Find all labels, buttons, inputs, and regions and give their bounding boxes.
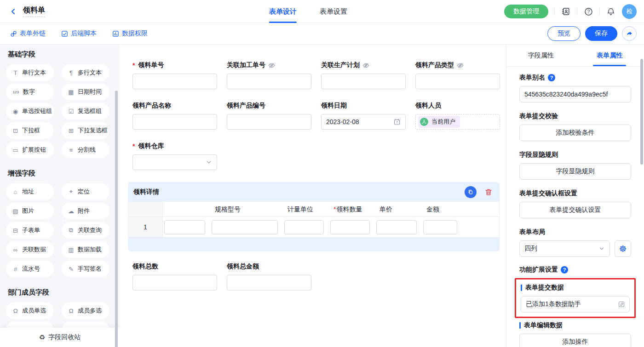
product-type-input[interactable] bbox=[415, 74, 500, 89]
subform-cell-input[interactable] bbox=[423, 220, 457, 234]
sidebar-item-extend-button[interactable]: ▭扩展按钮 bbox=[6, 142, 54, 158]
subform-cell-input[interactable] bbox=[330, 220, 370, 234]
sidebar-item-subform[interactable]: ⊟子表单 bbox=[6, 222, 54, 239]
sidebar-item-member-multi[interactable]: Ω成员多选 bbox=[62, 302, 109, 319]
recycle-icon: ♻ bbox=[39, 333, 45, 341]
subform-cell-input[interactable] bbox=[164, 220, 205, 234]
sidebar-item-signature[interactable]: ✎手写签名 bbox=[62, 261, 109, 277]
sidebar-item-radio-group[interactable]: ◉单选按钮组 bbox=[6, 103, 54, 119]
sidebar-item-attachment[interactable]: ☁附件 bbox=[62, 203, 109, 219]
person-picker[interactable]: 人 当前用户 bbox=[415, 114, 500, 130]
sidebar-item-multi-line-text[interactable]: ¶多行文本 bbox=[62, 64, 109, 81]
tab-field-properties[interactable]: 字段属性 bbox=[506, 45, 575, 66]
field-product-type[interactable]: 领料产品类型 bbox=[415, 61, 500, 89]
sidebar-item-datetime[interactable]: ▦日期时间 bbox=[62, 84, 109, 100]
sidebar-item-checkbox-group[interactable]: ☑复选框组 bbox=[62, 103, 109, 119]
field-date[interactable]: 领料日期 2023-02-08 7 bbox=[321, 101, 406, 130]
sidebar-item-label: 流水号 bbox=[22, 265, 40, 273]
sidebar-item-data-load[interactable]: ▥数据加载 bbox=[62, 241, 109, 258]
sidebar-item-image[interactable]: ▧图片 bbox=[6, 203, 54, 219]
add-validation-button[interactable]: 添加校验条件 bbox=[519, 125, 631, 141]
data-permission-link[interactable]: 数据权限 bbox=[112, 29, 148, 38]
field-process-order[interactable]: 关联加工单号 bbox=[227, 61, 311, 89]
back-icon[interactable] bbox=[8, 6, 18, 17]
sidebar-item-address[interactable]: ⌂地址 bbox=[6, 183, 54, 200]
highlight-annotation-box: 表单提交数据 已添加1条数据助手 bbox=[515, 278, 636, 318]
product-code-input[interactable] bbox=[227, 114, 311, 130]
subform-cell-input[interactable] bbox=[376, 220, 417, 234]
sidebar-item-single-line-text[interactable]: T单行文本 bbox=[6, 64, 54, 81]
subform-material-detail[interactable]: 领料详情 规格型号计量单位领料数量单价金额1 bbox=[128, 182, 500, 251]
process-order-input[interactable] bbox=[227, 74, 311, 89]
sidebar-item-linked-query[interactable]: ⧉关联查询 bbox=[62, 222, 109, 239]
form-layout-label: 表单布局 bbox=[519, 228, 631, 237]
notification-bell-icon[interactable] bbox=[606, 6, 616, 17]
tab-form-settings[interactable]: 表单设置 bbox=[320, 0, 347, 23]
multi-line-text-icon: ¶ bbox=[68, 69, 75, 76]
tab-form-properties[interactable]: 表单属性 bbox=[575, 45, 644, 66]
field-total-amount[interactable]: 领料总金额 bbox=[227, 262, 311, 290]
layout-settings-button[interactable]: ☸ bbox=[615, 240, 631, 257]
extension-settings-label: 功能扩展设置? bbox=[519, 265, 631, 274]
layout-select-value: 四列 bbox=[524, 245, 537, 253]
save-button[interactable]: 保存 bbox=[585, 26, 617, 41]
subform-cell-blank bbox=[462, 217, 499, 238]
avatar[interactable]: 检 bbox=[622, 4, 637, 19]
help-question-icon[interactable]: ? bbox=[548, 74, 555, 81]
field-visibility-button[interactable]: 字段显隐规则 bbox=[519, 163, 631, 180]
date-picker[interactable]: 2023-02-08 7 bbox=[321, 114, 406, 130]
sidebar-item-location[interactable]: ⌖定位 bbox=[62, 183, 109, 200]
submit-confirm-button[interactable]: 表单提交确认设置 bbox=[519, 202, 631, 218]
total-amount-input[interactable] bbox=[227, 275, 311, 290]
field-product-code[interactable]: 领料产品编号 bbox=[227, 101, 311, 130]
field-product-name[interactable]: 领料产品名称 bbox=[132, 101, 217, 130]
field-recycle-bin[interactable]: ♻ 字段回收站 bbox=[0, 328, 120, 347]
sidebar-section-title: 增强字段 bbox=[8, 169, 120, 178]
delete-button[interactable] bbox=[483, 187, 494, 198]
subform-cell bbox=[375, 217, 422, 238]
total-qty-input[interactable] bbox=[132, 275, 217, 290]
sidebar-item-member-single[interactable]: Ω成员单选 bbox=[6, 302, 54, 319]
form-external-link[interactable]: 表单外链 bbox=[10, 29, 46, 38]
sidebar-item-divider[interactable]: ≡分割线 bbox=[62, 142, 109, 158]
sidebar-item-linked-data[interactable]: ∞关联数据 bbox=[6, 241, 54, 258]
warehouse-select[interactable] bbox=[132, 154, 217, 170]
tab-form-design[interactable]: 表单设计 bbox=[269, 0, 297, 23]
backend-script-link[interactable]: 后端脚本 bbox=[61, 29, 97, 38]
help-question-icon[interactable]: ? bbox=[561, 266, 568, 273]
address-book-icon[interactable] bbox=[561, 6, 571, 17]
field-order-no[interactable]: 领料单号 bbox=[132, 61, 217, 89]
form-title[interactable]: 领料单 bbox=[23, 6, 45, 17]
sidebar-item-dropdown[interactable]: ⊡下拉框 bbox=[6, 122, 54, 139]
subform-cell-input[interactable] bbox=[212, 220, 278, 234]
edit-pencil-icon[interactable] bbox=[618, 301, 625, 308]
form-alias-group: 表单别名? bbox=[519, 73, 631, 102]
copy-button[interactable] bbox=[465, 186, 477, 198]
dropdown-icon: ⊡ bbox=[12, 127, 19, 134]
subform-cell-input[interactable] bbox=[284, 220, 324, 234]
current-user-label: 当前用户 bbox=[431, 118, 455, 126]
field-warehouse[interactable]: 领料仓库 bbox=[132, 142, 217, 170]
sidebar-item-dropdown-multi[interactable]: ⊞下拉复选框 bbox=[62, 122, 109, 139]
production-plan-input[interactable] bbox=[321, 74, 406, 89]
current-user-tag: 人 当前用户 bbox=[418, 116, 460, 128]
product-name-input[interactable] bbox=[132, 114, 217, 130]
submit-data-assistant[interactable]: 已添加1条数据助手 bbox=[521, 296, 630, 313]
layout-select[interactable]: 四列 bbox=[519, 240, 610, 257]
panel-scrollbar[interactable] bbox=[640, 59, 643, 165]
sidebar-scrollbar[interactable] bbox=[115, 91, 118, 347]
share-button[interactable] bbox=[622, 26, 637, 41]
sidebar-item-number[interactable]: 123数字 bbox=[6, 84, 54, 100]
sidebar-item-serial-number[interactable]: #流水号 bbox=[6, 261, 54, 277]
sidebar-item-label: 下拉复选框 bbox=[78, 126, 108, 135]
sidebar-item-label: 复选框组 bbox=[78, 107, 102, 115]
help-icon[interactable]: ? bbox=[583, 6, 593, 17]
form-alias-input[interactable] bbox=[519, 86, 631, 102]
field-person[interactable]: 领料人员 人 当前用户 bbox=[415, 101, 500, 130]
data-manage-button[interactable]: 数据管理 bbox=[504, 5, 548, 18]
order-no-input[interactable] bbox=[132, 74, 217, 89]
field-total-qty[interactable]: 领料总数 bbox=[132, 262, 217, 290]
add-operation-button[interactable]: 添加操作 bbox=[519, 334, 631, 347]
field-production-plan[interactable]: 关联生产计划 bbox=[321, 61, 406, 89]
preview-button[interactable]: 预览 bbox=[547, 26, 581, 41]
